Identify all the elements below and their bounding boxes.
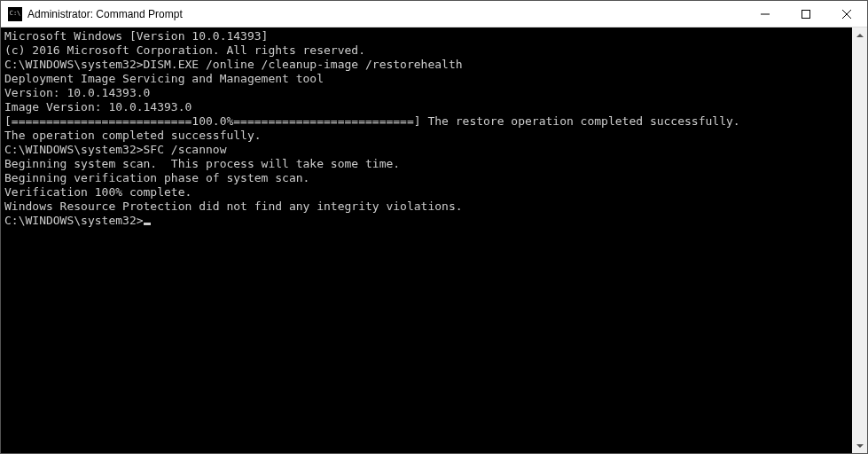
console-output[interactable]: Microsoft Windows [Version 10.0.14393](c…: [1, 27, 852, 453]
close-icon: [842, 10, 851, 19]
console-line: Beginning verification phase of system s…: [4, 171, 848, 185]
maximize-button[interactable]: [786, 1, 826, 27]
scroll-up-button[interactable]: [852, 27, 867, 43]
minimize-button[interactable]: [745, 1, 786, 27]
chevron-down-icon: [856, 444, 864, 448]
scroll-track[interactable]: [852, 43, 867, 438]
console-line: Microsoft Windows [Version 10.0.14393]: [4, 29, 848, 43]
cmd-icon: [8, 7, 22, 21]
close-button[interactable]: [826, 1, 867, 27]
console-line: Deployment Image Servicing and Managemen…: [4, 72, 848, 86]
minimize-icon: [761, 10, 770, 19]
command-prompt-window: Administrator: Command Prompt Microsoft …: [0, 0, 868, 454]
window-controls: [745, 1, 867, 27]
console-line: The operation completed successfully.: [4, 129, 848, 143]
console-body: Microsoft Windows [Version 10.0.14393](c…: [1, 27, 867, 453]
console-line: Beginning system scan. This process will…: [4, 157, 848, 171]
console-line: Windows Resource Protection did not find…: [4, 200, 848, 214]
console-line: [==========================100.0%=======…: [4, 114, 848, 129]
vertical-scrollbar[interactable]: [852, 27, 867, 453]
svg-rect-1: [802, 10, 810, 18]
titlebar[interactable]: Administrator: Command Prompt: [1, 1, 867, 27]
chevron-up-icon: [856, 34, 864, 37]
console-line: (c) 2016 Microsoft Corporation. All righ…: [4, 43, 848, 58]
window-title: Administrator: Command Prompt: [27, 8, 745, 20]
svg-marker-5: [856, 444, 864, 448]
maximize-icon: [802, 10, 810, 19]
console-line: C:\WINDOWS\system32>: [4, 214, 848, 228]
svg-marker-4: [856, 34, 864, 37]
scroll-down-button[interactable]: [852, 438, 867, 453]
console-line: C:\WINDOWS\system32>SFC /scannow: [4, 143, 848, 157]
cursor: [144, 223, 151, 225]
console-line: Image Version: 10.0.14393.0: [4, 100, 848, 114]
console-line: C:\WINDOWS\system32>DISM.EXE /online /cl…: [4, 58, 848, 72]
console-line: Version: 10.0.14393.0: [4, 86, 848, 100]
console-line: Verification 100% complete.: [4, 185, 848, 200]
